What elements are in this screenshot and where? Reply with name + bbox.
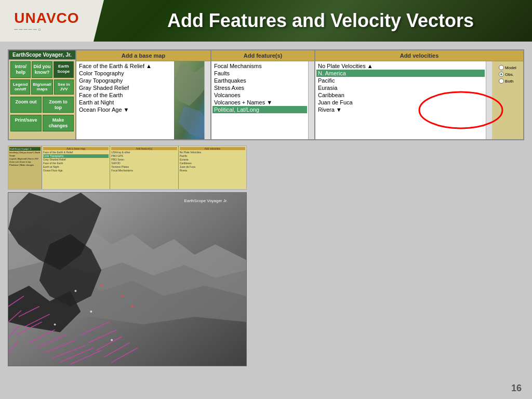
ss-sidebar: EarthScope Voyager Jr. Intro/help | Did …: [8, 146, 42, 189]
svg-point-28: [74, 290, 76, 292]
logo-area: UNAVCO ─────○: [0, 0, 94, 42]
list-item[interactable]: Caribbean: [316, 91, 485, 99]
map-scrollbar[interactable]: [204, 61, 210, 139]
list-item[interactable]: Pacific: [316, 77, 485, 84]
page-number: 16: [511, 383, 522, 394]
sidebar-row2: Legendon/off Big/smallmaps See inJVV: [9, 79, 75, 95]
model-radio-dot: [499, 65, 504, 70]
left-column: EarthScope Voyager Jr. Intro/help | Did …: [8, 145, 247, 366]
list-item[interactable]: Stress Axes: [212, 84, 307, 91]
model-radio[interactable]: Model: [499, 65, 516, 70]
svg-point-33: [121, 295, 123, 297]
both-radio[interactable]: Both: [499, 78, 516, 84]
list-item[interactable]: Juan de Fuca: [316, 99, 485, 106]
list-item[interactable]: Faults: [212, 70, 307, 77]
page-title: Add Features and Velocity Vectors: [94, 10, 532, 32]
features-list[interactable]: Focal Mechanisms Faults Earthquakes Stre…: [211, 61, 308, 139]
features-header: Add feature(s): [211, 50, 314, 61]
logo-text: UNAVCO: [14, 10, 79, 26]
small-screenshot: EarthScope Voyager Jr. Intro/help | Did …: [8, 145, 247, 190]
logo-sub: ─────○: [14, 26, 42, 32]
features-scrollbar[interactable]: [308, 61, 314, 139]
base-map-header: Add a base map: [76, 50, 210, 61]
velocities-list[interactable]: No Plate Velocities ▲ N. America Pacific…: [315, 61, 486, 139]
radio-group: Model Obs. Both: [499, 65, 516, 84]
list-item[interactable]: Earth at Night: [77, 99, 173, 106]
list-item[interactable]: Color Topography: [77, 70, 173, 77]
list-item[interactable]: Eurasia: [316, 84, 485, 91]
base-map-content: Face of the Earth & Relief ▲ Color Topog…: [76, 61, 210, 139]
both-radio-dot: [499, 78, 504, 84]
velocity-options: Model Obs. Both: [492, 61, 523, 139]
features-content: Focal Mechanisms Faults Earthquakes Stre…: [211, 61, 314, 139]
main-map: EarthScope Voyager Jr.: [8, 192, 247, 366]
zoom-top-button[interactable]: Zoom to top: [43, 97, 74, 113]
print-save-button[interactable]: Print/save: [10, 115, 42, 131]
svg-point-30: [54, 324, 56, 326]
svg-point-29: [90, 311, 92, 313]
big-small-button[interactable]: Big/smallmaps: [31, 79, 53, 95]
legend-button[interactable]: Legendon/off: [10, 79, 30, 95]
list-item[interactable]: Rivera ▼: [316, 106, 485, 113]
svg-point-32: [100, 285, 102, 287]
left-sidebar: EarthScope Voyager, Jr. Intro/help Did y…: [9, 50, 76, 139]
n-america-item[interactable]: N. America: [316, 70, 485, 77]
list-item[interactable]: Gray Topography: [77, 77, 173, 84]
sidebar-title: EarthScope Voyager, Jr.: [9, 50, 75, 60]
ui-panel: EarthScope Voyager, Jr. Intro/help Did y…: [8, 49, 524, 140]
sidebar-buttons: Intro/help Did youknow? EarthScope: [9, 60, 75, 79]
map-thumbnail: [174, 61, 210, 139]
map-svg: EarthScope Voyager Jr.: [8, 193, 246, 366]
features-section: Add feature(s) Focal Mechanisms Faults E…: [211, 50, 315, 139]
velocities-scrollbar[interactable]: [486, 61, 492, 139]
velocities-header: Add velocities: [315, 50, 523, 61]
base-map-section: Add a base map Face of the Earth & Relie…: [76, 50, 211, 139]
list-item[interactable]: No Plate Velocities ▲: [316, 62, 485, 70]
list-item[interactable]: Volcanoes + Names ▼: [212, 99, 307, 106]
both-label: Both: [505, 79, 513, 84]
sidebar-row4: Print/save Make changes: [9, 115, 75, 131]
list-item[interactable]: Earthquakes: [212, 77, 307, 84]
did-you-know-button[interactable]: Did youknow?: [32, 61, 52, 78]
list-item[interactable]: Volcanoes: [212, 91, 307, 99]
svg-point-34: [131, 305, 134, 308]
zoom-out-button[interactable]: Zoom out: [10, 97, 42, 113]
base-map-list[interactable]: Face of the Earth & Relief ▲ Color Topog…: [76, 61, 174, 139]
svg-text:EarthScope Voyager Jr.: EarthScope Voyager Jr.: [184, 198, 228, 203]
main-content: EarthScope Voyager, Jr. Intro/help Did y…: [0, 42, 532, 374]
see-jvv-button[interactable]: See inJVV: [54, 79, 74, 95]
sidebar-row3: Zoom out Zoom to top: [9, 97, 75, 113]
bottom-area: EarthScope Voyager Jr. Intro/help | Did …: [8, 145, 524, 366]
obs-label: Obs.: [505, 72, 514, 77]
list-item[interactable]: Face of the Earth & Relief ▲: [77, 62, 173, 70]
unavco-logo: UNAVCO ─────○: [14, 10, 79, 32]
model-label: Model: [505, 65, 516, 70]
ss-features: Add feature(s) USArray & other PBO GPS P…: [110, 146, 178, 189]
ss-basemap: Add a base map Face of the Earth & Relie…: [42, 146, 110, 189]
obs-radio[interactable]: Obs.: [499, 72, 516, 77]
make-changes-button[interactable]: Make changes: [43, 115, 74, 131]
list-item[interactable]: Face of the Earth: [77, 91, 173, 99]
political-lat-long-item[interactable]: Political, Lat/Long: [212, 106, 307, 113]
svg-point-31: [111, 339, 113, 341]
obs-radio-dot: [499, 72, 504, 77]
earth-scope-button[interactable]: EarthScope: [54, 61, 74, 78]
list-item[interactable]: Focal Mechanisms: [212, 62, 307, 70]
header: UNAVCO ─────○ Add Features and Velocity …: [0, 0, 532, 42]
list-item[interactable]: Ocean Floor Age ▼: [77, 106, 173, 113]
intro-help-button[interactable]: Intro/help: [10, 61, 31, 78]
small-screenshot-inner: EarthScope Voyager Jr. Intro/help | Did …: [8, 146, 246, 189]
velocities-section: Add velocities No Plate Velocities ▲ N. …: [315, 50, 523, 139]
list-item[interactable]: Gray Shaded Relief: [77, 84, 173, 91]
velocities-content: No Plate Velocities ▲ N. America Pacific…: [315, 61, 523, 139]
ss-velocities: Add velocities No Plate Velocities Pacif…: [179, 146, 246, 189]
